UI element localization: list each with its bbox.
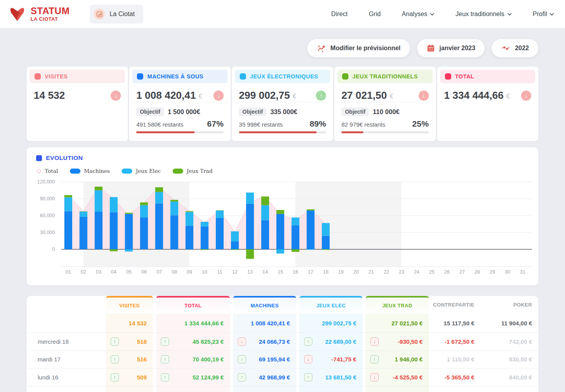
bar-segment-jeux-trad <box>261 196 269 205</box>
objectif-chip: Objectif <box>239 107 266 116</box>
bar-segment-jeux-trad <box>200 249 208 250</box>
column-gap <box>230 387 233 392</box>
x-axis-tick-label: 02 <box>81 269 86 275</box>
column-header-contrepartie: CONTREPARTIE <box>429 296 481 314</box>
cell-poker: 830,50 € <box>481 351 538 368</box>
objectif-target: 335 000€ <box>270 108 297 116</box>
month-picker-button[interactable]: janvier 2023 <box>417 39 485 57</box>
trend-down-badge-icon: ↓ <box>304 355 312 363</box>
cell-jeux_elec <box>299 387 363 392</box>
cell-value: -930,50 € <box>398 338 423 345</box>
trend-up-badge-icon: ↑ <box>304 338 312 346</box>
kpi-card-header: TOTAL <box>440 70 535 83</box>
column-gap <box>363 351 366 368</box>
objectif-chip: Objectif <box>341 107 369 116</box>
cell-value: 516 <box>137 356 147 363</box>
nav-item-analyses[interactable]: Analyses <box>402 11 434 18</box>
bar-segment-jeux-trad <box>170 200 178 201</box>
cell-machines: ↓24 066,73 € <box>233 333 296 350</box>
table-row-mercredi-18[interactable]: mercredi 18↑518↑45 825,23 €↓24 066,73 €↑… <box>27 332 538 350</box>
brand-logo[interactable]: STATUM LA CIOTAT <box>9 6 69 22</box>
column-gap <box>153 368 156 386</box>
cell-value: 1 008 420,41 € <box>251 320 290 327</box>
bar-segment-machines <box>186 226 193 249</box>
cell-poker <box>481 387 538 392</box>
bar-segment-jeux-trad <box>95 187 102 190</box>
bar-segment-jeux-elec <box>186 212 193 226</box>
objectif-progressbar <box>239 131 326 133</box>
x-axis-tick-label: 28 <box>474 269 480 275</box>
venue-selector-chip[interactable]: La Ciotat <box>90 5 143 24</box>
objectif-percent: 67% <box>207 120 224 128</box>
legend-item-jeux-elec[interactable]: Jeux Elec <box>122 168 161 174</box>
bar-segment-jeux-elec <box>307 249 315 250</box>
column-gap <box>230 333 233 350</box>
legend-item-total[interactable]: Total <box>37 168 58 174</box>
row-day-label: lundi 16 <box>27 368 106 386</box>
x-axis-tick-label: 12 <box>232 269 238 275</box>
nav-item-label: Profil <box>533 11 547 18</box>
edit-forecast-button[interactable]: Modifier le prévisionnel <box>307 39 410 57</box>
cell-value: 840,00 € <box>509 374 532 381</box>
kpi-color-swatch-icon <box>137 73 143 80</box>
objectif-block: Objectif335 000€35 998€ restants89% <box>235 102 330 138</box>
kpi-value: 299 002,75 <box>239 89 290 102</box>
nav-item-grid[interactable]: Grid <box>369 11 381 18</box>
trend-up-badge-icon: ↑ <box>111 338 119 346</box>
y-axis-tick-label: 60,000 <box>40 213 55 218</box>
kpi-card-jeux-traditionnels: JEUX TRADITIONNELS27 021,50€↓Objectif110… <box>334 67 436 141</box>
x-axis-tick-label: 11 <box>217 269 222 275</box>
objectif-progressbar <box>341 131 428 133</box>
bar-segment-jeux-trad <box>276 210 284 214</box>
cell-value: 518 <box>137 338 147 345</box>
cell-jeux_elec: ↑22 689,00 € <box>299 333 363 350</box>
legend-item-jeux-trad[interactable]: Jeux Trad <box>173 168 213 174</box>
column-header-machines: MACHINES <box>233 296 296 314</box>
bar-segment-machines <box>64 211 72 249</box>
evolution-title: EVOLUTION <box>46 154 83 162</box>
compare-year-button[interactable]: 2022 <box>492 39 538 57</box>
edit-forecast-label: Modifier le prévisionnel <box>330 45 401 52</box>
nav-item-direct[interactable]: Direct <box>331 11 348 18</box>
table-row-lundi-16[interactable]: lundi 16↑509↑52 124,99 €↑42 968,99 €↑13 … <box>27 368 538 386</box>
x-axis-tick-label: 14 <box>262 269 268 275</box>
cell-jeux_elec: ↓-741,75 € <box>299 351 363 368</box>
bar-segment-jeux-elec <box>125 249 133 252</box>
legend-item-machines[interactable]: Machines <box>70 168 110 174</box>
trend-up-badge-icon: ↑ <box>161 355 169 363</box>
column-gap <box>363 387 366 392</box>
objectif-progress-fill <box>341 131 363 133</box>
cell-value: 69 195,94 € <box>259 356 290 363</box>
cell-poker: 840,00 € <box>481 368 538 386</box>
bar-segment-machines <box>80 217 87 249</box>
x-axis-tick-label: 21 <box>368 269 374 275</box>
table-row-partial[interactable] <box>27 386 538 392</box>
bar-segment-jeux-trad <box>231 249 239 250</box>
month-picker-label: janvier 2023 <box>439 45 476 52</box>
nav-item-jeux-traditionnels[interactable]: Jeux traditionnels <box>456 11 512 18</box>
table-row-mardi-17[interactable]: mardi 17↑516↑70 400,19 €↑69 195,94 €↓-74… <box>27 350 538 368</box>
trend-up-icon: ↑ <box>316 91 326 101</box>
legend-label: Total <box>45 168 58 174</box>
bar-segment-jeux-elec <box>292 218 299 225</box>
objectif-target: 110 000€ <box>373 108 399 116</box>
daily-results-table: VISITESTOTALMACHINESJEUX ELECJEUX TRADCO… <box>27 296 538 392</box>
evolution-chart-canvas[interactable]: 030,00060,00090,000120,00001020304050607… <box>32 176 538 278</box>
cell-contrepartie: 1 115,50 € <box>429 351 481 368</box>
trend-up-badge-icon: ↑ <box>304 373 312 381</box>
cell-contrepartie: 15 117,50 € <box>429 314 481 332</box>
bar-segment-jeux-elec <box>140 205 148 217</box>
main-nav: DirectGridAnalysesJeux traditionnelsProf… <box>331 11 554 18</box>
cell-jeux_trad: ↓-4 525,50 € <box>366 368 429 386</box>
kpi-color-swatch-icon <box>445 73 451 80</box>
row-day-label: mardi 17 <box>27 351 106 368</box>
bar-segment-jeux-elec <box>261 205 269 220</box>
x-axis-tick-label: 06 <box>141 269 147 275</box>
nav-item-profil[interactable]: Profil <box>533 11 554 18</box>
kpi-value: 14 532 <box>34 89 65 102</box>
objectif-block: Objectif1 500 000€491 580€ restants67% <box>132 102 227 138</box>
chevron-down-icon <box>507 13 512 16</box>
objectif-percent: 25% <box>412 120 429 128</box>
column-header-total: TOTAL <box>156 296 230 314</box>
bar-segment-jeux-elec <box>155 192 163 203</box>
